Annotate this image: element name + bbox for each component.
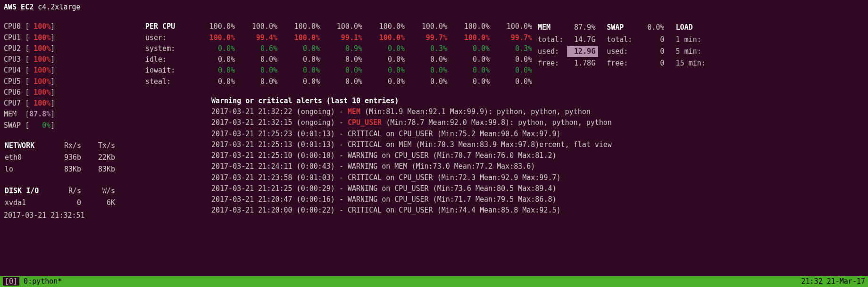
bar-cpu6: CPU6 [ 100%] [4,87,145,98]
disk-row: xvda106K [5,197,115,208]
percpu-row: iowait:0.0%0.0%0.0%0.0%0.0%0.0%0.0%0.0% [145,65,532,76]
swap-row: free:0 [607,58,667,69]
bar-swap: SWAP [ 0%] [4,120,145,131]
alert-line: 2017-03-21 21:21:25 (0:00:29) - WARNING … [211,183,864,194]
swap-row: used:0 [607,46,667,57]
tmux-statusbar[interactable]: [0] 0:python* 21:32 21-Mar-17 [0,276,868,287]
bar-cpu5: CPU5 [ 100%] [4,76,145,87]
header: AWS EC2 c4.2xlarge [4,2,864,13]
bar-cpu2: CPU2 [ 100%] [4,43,145,54]
percpu-row: user:100.0%99.4%100.0%99.1%100.0%99.7%10… [145,33,532,43]
mem-row: used:12.9G [538,46,598,57]
alerts-title: Warning or critical alerts (last 10 entr… [211,96,864,107]
load-title: LOAD [676,22,708,33]
network-h-rx: Rx/s [48,140,81,151]
swap-block: SWAP 0.0% total:0used:0free:0 [606,21,668,70]
mem-row: total:14.7G [538,34,598,45]
header-subtitle: c4.2xlarge [38,3,80,11]
load-block: LOAD 1 min:5 min:15 min: [675,21,709,70]
bar-cpu7: CPU7 [ 100%] [4,98,145,109]
network-row: lo83Kb83Kb [5,164,115,175]
clock: 2017-03-21 21:32:51 [4,210,145,221]
mem-block: MEM 87.9% total:14.7Gused:12.9Gfree:1.78… [537,21,599,70]
bar-cpu0: CPU0 [ 100%] [4,21,145,32]
bar-cpu4: CPU4 [ 100%] [4,65,145,76]
percpu-row: steal:0.0%0.0%0.0%0.0%0.0%0.0%0.0%0.0% [145,76,532,87]
swap-row: total:0 [607,34,667,45]
status-window[interactable]: 0:python* [19,277,62,286]
alert-line: 2017-03-21 21:20:47 (0:00:16) - WARNING … [211,194,864,205]
network-h-tx: Tx/s [82,140,115,151]
header-title: AWS EC2 [4,3,33,11]
alerts-list: 2017-03-21 21:32:22 (ongoing) - MEM (Min… [211,107,864,216]
bar-cpu1: CPU1 [ 100%] [4,33,145,43]
alert-line: 2017-03-21 21:25:23 (0:01:13) - CRITICAL… [211,129,864,139]
swap-pct: 0.0% [636,22,667,33]
percpu-row: idle:0.0%0.0%0.0%0.0%0.0%0.0%0.0%0.0% [145,54,532,65]
percpu-block: PER CPU100.0%100.0%100.0%100.0%100.0%100… [145,21,532,87]
swap-title: SWAP [607,22,635,33]
load-row: 15 min: [676,58,708,69]
mem-pct: 87.9% [567,22,598,33]
alert-line: 2017-03-21 21:23:58 (0:01:03) - CRITICAL… [211,172,864,183]
left-column: CPU0 [ 100%]CPU1 [ 100%]CPU2 [ 100%]CPU3… [4,21,145,221]
percpu-row: system:0.0%0.6%0.0%0.9%0.0%0.3%0.0%0.3% [145,43,532,54]
mem-row: free:1.78G [538,58,598,69]
bar-cpu3: CPU3 [ 100%] [4,54,145,65]
mem-title: MEM [538,22,566,33]
alert-line: 2017-03-21 21:32:15 (ongoing) - CPU_USER… [211,117,864,128]
load-row: 1 min: [676,34,708,45]
alert-line: 2017-03-21 21:20:00 (0:00:22) - CRITICAL… [211,205,864,216]
network-table: NETWORK Rx/s Tx/s eth0936b22Kblo83Kb83Kb [4,139,116,176]
status-clock: 21:32 21-Mar-17 [801,276,865,287]
load-row: 5 min: [676,46,708,57]
disk-title: DISK I/O [5,186,47,197]
alert-line: 2017-03-21 21:25:13 (0:01:13) - CRITICAL… [211,139,864,150]
network-title: NETWORK [5,140,47,151]
alert-line: 2017-03-21 21:32:22 (ongoing) - MEM (Min… [211,107,864,117]
disk-h-w: W/s [82,186,115,197]
bar-mem: MEM [87.8%] [4,109,145,120]
disk-h-r: R/s [48,186,81,197]
alert-line: 2017-03-21 21:25:10 (0:00:10) - WARNING … [211,150,864,161]
alert-line: 2017-03-21 21:24:11 (0:00:43) - WARNING … [211,161,864,172]
status-session[interactable]: [0] [3,277,19,286]
network-row: eth0936b22Kb [5,152,115,163]
disk-table: DISK I/O R/s W/s xvda106K [4,185,116,210]
